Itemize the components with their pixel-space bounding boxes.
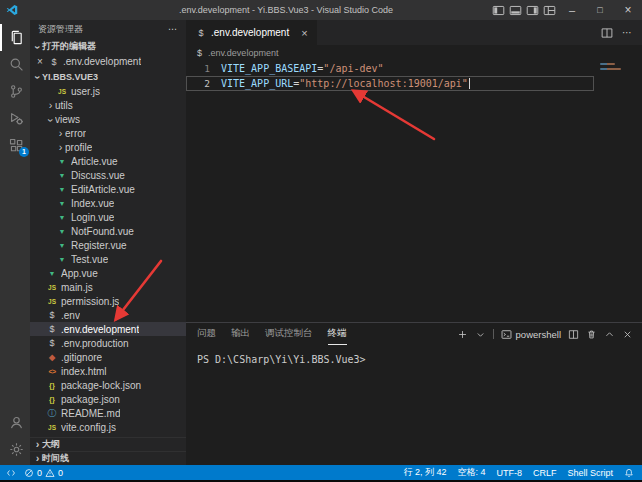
status-encoding[interactable]: UTF-8: [496, 466, 522, 479]
tree-item-.env.production[interactable]: $.env.production: [30, 336, 186, 350]
status-eol[interactable]: CRLF: [533, 466, 557, 479]
vue-file-icon: ▼: [56, 214, 68, 221]
tree-item-main.js[interactable]: JSmain.js: [30, 280, 186, 294]
remote-indicator[interactable]: [6, 468, 16, 478]
status-language-mode[interactable]: Shell Script: [567, 466, 613, 479]
code-area[interactable]: 1VITE_APP_BASEAPI="/api-dev"2VITE_APP_UR…: [186, 61, 642, 91]
toggle-primary-sidebar-icon[interactable]: [490, 0, 507, 20]
terminal[interactable]: PS D:\CSharp\Yi\Yi.BBS.Vue3>: [186, 345, 642, 365]
tree-item-package-lock.json[interactable]: {}package-lock.json: [30, 378, 186, 392]
chevron-right-icon: ›: [56, 143, 65, 152]
activity-settings[interactable]: [0, 436, 30, 463]
activity-extensions[interactable]: 1: [0, 132, 30, 159]
tree-item-Login.vue[interactable]: ▼Login.vue: [30, 210, 186, 224]
open-editors-header[interactable]: › 打开的编辑器: [30, 38, 186, 54]
tree-item-user.js[interactable]: JSuser.js: [30, 84, 186, 98]
panel-tab-terminal[interactable]: 终端: [328, 323, 347, 345]
tab-label: .env.development: [211, 27, 289, 38]
js-file-icon: JS: [46, 424, 58, 431]
more-actions-icon[interactable]: ⋯: [622, 27, 632, 38]
file-name: package-lock.json: [61, 380, 141, 391]
sidebar-title: 资源管理器: [38, 23, 83, 36]
tree-item-App.vue[interactable]: ▼App.vue: [30, 266, 186, 280]
code-line[interactable]: 2VITE_APP_URL="http://localhost:19001/ap…: [186, 76, 642, 91]
open-editor-item[interactable]: × $ .env.development: [30, 54, 186, 69]
tree-item-utils[interactable]: ›utils: [30, 98, 186, 112]
section-timeline[interactable]: ›时间线: [30, 451, 186, 465]
status-bar-right: 行 2, 列 42空格: 4UTF-8CRLFShell Script: [403, 466, 634, 479]
activity-accounts[interactable]: [0, 409, 30, 436]
new-terminal-button[interactable]: [457, 329, 468, 340]
panel-tab-debug-console[interactable]: 调试控制台: [265, 323, 313, 345]
tree-item-profile[interactable]: ›profile: [30, 140, 186, 154]
terminal-instance-item[interactable]: powershell: [501, 329, 561, 340]
explorer-sidebar: 资源管理器 ⋯ › 打开的编辑器 × $ .env.development › …: [30, 20, 186, 465]
tree-item-error[interactable]: ›error: [30, 126, 186, 140]
status-cursor-position[interactable]: 行 2, 列 42: [403, 466, 446, 479]
panel-tab-problems[interactable]: 问题: [197, 323, 216, 345]
section-label: 时间线: [42, 452, 69, 465]
file-name: Register.vue: [71, 240, 127, 251]
tree-item-.gitignore[interactable]: ◆.gitignore: [30, 350, 186, 364]
md-file-icon: ⓘ: [46, 407, 58, 420]
maximize-panel-icon[interactable]: [604, 329, 615, 340]
activity-search[interactable]: [0, 51, 30, 78]
minimize-button[interactable]: –: [558, 0, 586, 20]
status-indentation[interactable]: 空格: 4: [457, 466, 485, 479]
panel-header: 问题输出调试控制台终端 powershell: [186, 323, 642, 345]
tree-item-vite.config.js[interactable]: JSvite.config.js: [30, 420, 186, 434]
file-name: error: [65, 128, 86, 139]
section-outline[interactable]: ›大纲: [30, 437, 186, 451]
tree-item-EditArticle.vue[interactable]: ▼EditArticle.vue: [30, 182, 186, 196]
maximize-button[interactable]: □: [586, 0, 614, 20]
tree-item-Register.vue[interactable]: ▼Register.vue: [30, 238, 186, 252]
file-name: .env: [61, 310, 80, 321]
new-terminal-dropdown-icon[interactable]: [475, 329, 486, 340]
more-actions-icon[interactable]: ⋯: [168, 24, 178, 34]
close-icon[interactable]: ×: [37, 56, 47, 67]
tree-item-NotFound.vue[interactable]: ▼NotFound.vue: [30, 224, 186, 238]
tree-item-.env.development[interactable]: $.env.development: [30, 322, 186, 336]
open-editors-label: 打开的编辑器: [42, 40, 96, 53]
tab-env-development[interactable]: $ .env.development ×: [186, 20, 317, 45]
split-editor-icon[interactable]: [601, 27, 613, 39]
project-name: YI.BBS.VUE3: [42, 72, 98, 82]
tree-item-Discuss.vue[interactable]: ▼Discuss.vue: [30, 168, 186, 182]
activity-explorer[interactable]: [0, 24, 30, 51]
kill-terminal-icon[interactable]: [586, 329, 597, 340]
project-header[interactable]: › YI.BBS.VUE3: [30, 69, 186, 84]
warning-icon: [45, 468, 55, 478]
file-name: Index.vue: [71, 198, 114, 209]
tree-item-package.json[interactable]: {}package.json: [30, 392, 186, 406]
chevron-right-icon: ›: [33, 440, 42, 449]
toggle-panel-icon[interactable]: [507, 0, 524, 20]
breadcrumb[interactable]: $ .env.development: [186, 45, 642, 61]
file-name: index.html: [61, 366, 107, 377]
search-icon: [9, 57, 24, 72]
activity-source-control[interactable]: [0, 78, 30, 105]
tree-item-Article.vue[interactable]: ▼Article.vue: [30, 154, 186, 168]
window-title: .env.development - Yi.BBS.Vue3 - Visual …: [100, 5, 472, 15]
shell-name: powershell: [516, 329, 561, 340]
activity-run-and-debug[interactable]: [0, 105, 30, 132]
tree-item-Index.vue[interactable]: ▼Index.vue: [30, 196, 186, 210]
customize-layout-icon[interactable]: [541, 0, 558, 20]
minimap[interactable]: [596, 63, 642, 103]
problems-status[interactable]: 0 0: [24, 468, 63, 478]
close-icon[interactable]: ×: [301, 27, 307, 39]
panel-tab-output[interactable]: 输出: [231, 323, 250, 345]
tree-item-permission.js[interactable]: JSpermission.js: [30, 294, 186, 308]
notifications-bell[interactable]: [624, 468, 634, 478]
close-panel-icon[interactable]: [622, 329, 633, 340]
tree-item-README.md[interactable]: ⓘREADME.md: [30, 406, 186, 420]
close-button[interactable]: ×: [614, 0, 642, 20]
toggle-secondary-sidebar-icon[interactable]: [524, 0, 541, 20]
tree-item-Test.vue[interactable]: ▼Test.vue: [30, 252, 186, 266]
bell-icon: [624, 468, 634, 478]
split-terminal-icon[interactable]: [568, 329, 579, 340]
tree-item-index.html[interactable]: <>index.html: [30, 364, 186, 378]
tree-item-views[interactable]: ›views: [30, 112, 186, 126]
code-line[interactable]: 1VITE_APP_BASEAPI="/api-dev": [186, 61, 642, 76]
tree-item-.env[interactable]: $.env: [30, 308, 186, 322]
vue-file-icon: ▼: [56, 158, 68, 165]
